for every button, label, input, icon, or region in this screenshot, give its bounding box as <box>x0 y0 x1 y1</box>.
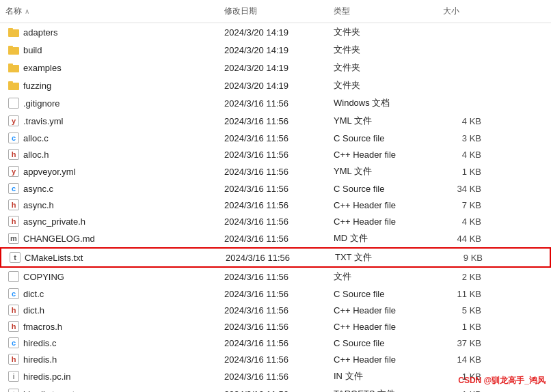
file-type: IN 文件 <box>328 369 438 384</box>
file-name-text: fmacros.h <box>23 322 62 332</box>
file-size <box>438 31 492 33</box>
file-name-cell: examples <box>0 61 219 74</box>
svg-rect-3 <box>8 46 13 48</box>
file-name-text: hiredis.targets <box>23 389 79 393</box>
file-modified: 2024/3/16 11:56 <box>219 388 328 393</box>
md-icon: m <box>8 233 19 244</box>
table-row[interactable]: hasync_private.h2024/3/16 11:56C++ Heade… <box>0 213 551 229</box>
file-modified: 2024/3/16 11:56 <box>219 215 328 228</box>
c-icon: c <box>8 288 19 299</box>
file-size <box>438 48 492 51</box>
file-size: 1 KB <box>438 320 492 333</box>
file-modified: 2024/3/20 14:19 <box>219 26 328 39</box>
file-modified: 2024/3/16 11:56 <box>219 132 328 145</box>
file-size: 11 KB <box>438 288 492 300</box>
file-modified: 2024/3/20 14:19 <box>219 44 328 57</box>
table-row[interactable]: halloc.h2024/3/16 11:56C++ Header file4 … <box>0 146 551 163</box>
file-name-text: adapters <box>23 27 58 38</box>
yml-icon: y <box>8 166 19 177</box>
file-modified: 2024/3/16 11:56 <box>219 232 328 245</box>
file-modified: 2024/3/16 11:56 <box>220 251 330 264</box>
table-row[interactable]: hasync.h2024/3/16 11:56C++ Header file7 … <box>0 197 551 213</box>
file-name-text: async_private.h <box>23 216 85 227</box>
file-size <box>438 66 492 69</box>
table-row[interactable]: casync.c2024/3/16 11:56C Source file34 K… <box>0 180 551 197</box>
file-size: 1 KB <box>438 165 492 178</box>
file-size: 4 KB <box>438 148 492 161</box>
file-name-text: async.h <box>23 200 54 210</box>
table-row[interactable]: COPYING2024/3/16 11:56文件2 KB <box>0 268 551 285</box>
file-size: 34 KB <box>438 182 492 195</box>
file-size: 7 KB <box>438 199 492 212</box>
watermark: CSDN @驯龙高手_鸿风 <box>458 375 546 387</box>
file-modified: 2024/3/16 11:56 <box>219 370 328 383</box>
file-name-cell: hfmacros.h <box>0 320 219 333</box>
file-type: C++ Header file <box>328 199 438 212</box>
column-size[interactable]: 大小 <box>438 3 492 20</box>
table-row[interactable]: fuzzing2024/3/20 14:19文件夹 <box>0 76 551 94</box>
h-icon: h <box>8 149 19 160</box>
column-name[interactable]: 名称 ∧ <box>0 3 219 20</box>
c-icon: c <box>8 132 19 143</box>
yml-icon: y <box>8 115 19 126</box>
table-row[interactable]: tCMakeLists.txt2024/3/16 11:56TXT 文件9 KB <box>0 247 551 268</box>
file-type: C++ Header file <box>328 353 438 366</box>
table-row[interactable]: yappveyor.yml2024/3/16 11:56YML 文件1 KB <box>0 163 551 180</box>
file-modified: 2024/3/16 11:56 <box>219 199 328 212</box>
file-modified: 2024/3/16 11:56 <box>219 165 328 178</box>
table-row[interactable]: mCHANGELOG.md2024/3/16 11:56MD 文件44 KB <box>0 229 551 247</box>
file-name-cell: yappveyor.yml <box>0 165 219 178</box>
file-size: 5 KB <box>438 304 492 317</box>
column-headers: 名称 ∧ 修改日期 类型 大小 <box>0 0 551 23</box>
file-name-cell: cdict.c <box>0 287 219 300</box>
file-modified: 2024/3/20 14:19 <box>219 61 328 74</box>
table-row[interactable]: adapters2024/3/20 14:19文件夹 <box>0 23 551 41</box>
file-list: adapters2024/3/20 14:19文件夹build2024/3/20… <box>0 23 551 392</box>
h-icon: h <box>8 199 19 210</box>
table-row[interactable]: chiredis.c2024/3/16 11:56C Source file37… <box>0 335 551 351</box>
file-name-text: hiredis.h <box>23 354 57 365</box>
file-name-text: appveyor.yml <box>23 167 76 177</box>
targets-icon: t <box>8 389 19 392</box>
column-modified[interactable]: 修改日期 <box>219 3 328 20</box>
svg-rect-1 <box>8 28 13 31</box>
h-icon: h <box>8 321 19 332</box>
file-explorer[interactable]: 名称 ∧ 修改日期 类型 大小 adapters2024/3/20 14:19文… <box>0 0 551 392</box>
file-name-text: dict.h <box>23 305 44 316</box>
table-row[interactable]: hfmacros.h2024/3/16 11:56C++ Header file… <box>0 318 551 335</box>
file-type: C Source file <box>328 337 438 350</box>
file-size: 2 KB <box>438 270 492 283</box>
file-name-cell: halloc.h <box>0 148 219 161</box>
table-row[interactable]: hdict.h2024/3/16 11:56C++ Header file5 K… <box>0 302 551 318</box>
file-size: 1 KB <box>438 388 492 393</box>
file-name-text: hiredis.c <box>23 338 56 348</box>
file-type: MD 文件 <box>328 231 438 246</box>
sort-arrow-icon: ∧ <box>25 8 29 15</box>
file-name-cell: mCHANGELOG.md <box>0 232 219 245</box>
file-name-text: dict.c <box>23 289 44 299</box>
txt-icon: t <box>10 252 21 263</box>
file-modified: 2024/3/16 11:56 <box>219 304 328 317</box>
column-type[interactable]: 类型 <box>328 3 438 20</box>
table-row[interactable]: examples2024/3/20 14:19文件夹 <box>0 59 551 76</box>
file-modified: 2024/3/16 11:56 <box>219 270 328 283</box>
table-row[interactable]: calloc.c2024/3/16 11:56C Source file3 KB <box>0 130 551 146</box>
file-name-cell: hdict.h <box>0 303 219 317</box>
folder-icon <box>8 62 19 73</box>
file-size: 44 KB <box>438 232 492 245</box>
file-type: 文件夹 <box>328 25 438 40</box>
table-row[interactable]: cdict.c2024/3/16 11:56C Source file11 KB <box>0 285 551 302</box>
h-icon: h <box>8 216 19 227</box>
table-row[interactable]: .gitignore2024/3/16 11:56Windows 文档 <box>0 94 551 112</box>
svg-rect-5 <box>8 64 13 66</box>
file-modified: 2024/3/16 11:56 <box>219 353 328 366</box>
table-row[interactable]: build2024/3/20 14:19文件夹 <box>0 41 551 59</box>
table-row[interactable]: y.travis.yml2024/3/16 11:56YML 文件4 KB <box>0 112 551 130</box>
file-name-cell: calloc.c <box>0 131 219 145</box>
file-name-text: examples <box>23 63 62 73</box>
file-name-cell: hasync_private.h <box>0 214 219 228</box>
table-row[interactable]: hhiredis.h2024/3/16 11:56C++ Header file… <box>0 351 551 367</box>
file-name-text: .travis.yml <box>23 116 64 126</box>
file-name-cell: hhiredis.h <box>0 352 219 366</box>
file-name-text: async.c <box>23 184 53 194</box>
